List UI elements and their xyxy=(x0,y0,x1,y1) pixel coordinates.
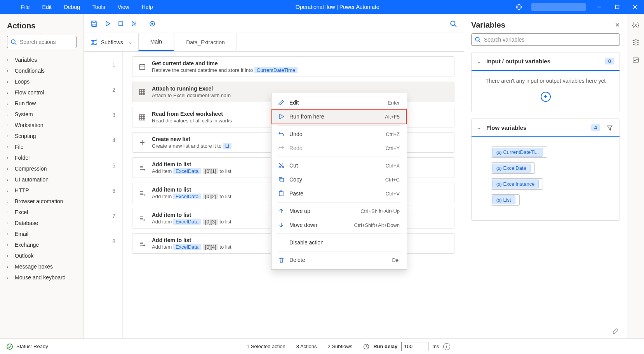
run-button[interactable] xyxy=(101,17,114,30)
steps-list: Get current date and timeRetrieve the cu… xyxy=(123,52,464,338)
record-button[interactable] xyxy=(146,17,159,30)
ctx-move-down[interactable]: Move downCtrl+Shift+Alt+Down xyxy=(272,218,407,232)
flow-variable[interactable]: (x) ExcelData xyxy=(493,162,614,174)
flow-variable[interactable]: (x) ExcelInstance xyxy=(493,178,614,190)
chevron-down-icon[interactable]: ⌄ xyxy=(477,59,481,64)
action-category-system[interactable]: ›System xyxy=(0,109,84,120)
save-button[interactable] xyxy=(88,17,101,30)
step-title: Attach to running Excel xyxy=(152,85,449,92)
flow-vars-title: Flow variables xyxy=(486,124,586,131)
action-category-browser-automation[interactable]: ›Browser automation xyxy=(0,196,84,207)
menu-edit[interactable]: Edit xyxy=(36,1,58,13)
io-vars-title: Input / output variables xyxy=(486,58,600,65)
action-category-workstation[interactable]: ›Workstation xyxy=(0,120,84,131)
run-delay-label: Run delay xyxy=(373,344,397,349)
tab-main[interactable]: Main xyxy=(138,33,174,51)
maximize-button[interactable] xyxy=(608,0,626,14)
action-category-outlook[interactable]: ›Outlook xyxy=(0,250,84,261)
action-category-compression[interactable]: ›Compression xyxy=(0,163,84,174)
edit-icon xyxy=(277,99,285,106)
ctx-delete[interactable]: DeleteDel xyxy=(272,253,407,267)
svg-point-7 xyxy=(11,40,15,44)
menu-debug[interactable]: Debug xyxy=(58,1,86,13)
menu-file[interactable]: File xyxy=(15,1,36,13)
action-category-loops[interactable]: ›Loops xyxy=(0,76,84,87)
chevron-right-icon: › xyxy=(7,68,11,73)
ctx-undo[interactable]: UndoCtrl+Z xyxy=(272,127,407,141)
menu-tools[interactable]: Tools xyxy=(86,1,111,13)
ctx-disable-action[interactable]: Disable action xyxy=(272,235,407,249)
action-category-http[interactable]: ›HTTP xyxy=(0,185,84,196)
variables-rail-icon[interactable]: {x} xyxy=(631,20,641,29)
step-button[interactable] xyxy=(127,17,141,30)
line-number: 2 xyxy=(84,77,122,102)
tab-data-extraction[interactable]: Data_Extraction xyxy=(174,33,237,51)
status-text: Status: Ready xyxy=(16,344,48,349)
action-category-flow-control[interactable]: ›Flow control xyxy=(0,87,84,98)
globe-icon[interactable] xyxy=(516,4,531,10)
chevron-right-icon: › xyxy=(7,155,11,160)
menu-view[interactable]: View xyxy=(111,1,136,13)
ctx-run-from-here[interactable]: Run from hereAlt+F5 xyxy=(272,109,407,124)
menu-help[interactable]: Help xyxy=(136,1,159,13)
action-category-conditionals[interactable]: ›Conditionals xyxy=(0,65,84,76)
chevron-right-icon: › xyxy=(7,112,11,117)
action-category-message-boxes[interactable]: ›Message boxes xyxy=(0,261,84,272)
stop-button[interactable] xyxy=(114,17,127,30)
filter-icon[interactable] xyxy=(606,125,614,131)
step-icon xyxy=(138,138,146,147)
svg-marker-57 xyxy=(280,114,284,119)
step-title: Get current date and time xyxy=(152,60,449,66)
ui-elements-rail-icon[interactable] xyxy=(631,56,641,65)
ctx-copy[interactable]: CopyCtrl+C xyxy=(272,173,407,187)
minimize-button[interactable] xyxy=(590,0,608,14)
actions-search-input[interactable] xyxy=(20,39,88,45)
chevron-right-icon: › xyxy=(7,210,11,214)
images-rail-icon[interactable] xyxy=(631,38,641,47)
action-category-database[interactable]: ›Database xyxy=(0,218,84,228)
chevron-right-icon: › xyxy=(7,232,11,236)
flow-step[interactable]: Get current date and timeRetrieve the cu… xyxy=(132,56,454,77)
action-category-run-flow[interactable]: ›Run flow xyxy=(0,98,84,109)
action-category-mouse-and-keyboard[interactable]: ›Mouse and keyboard xyxy=(0,272,84,283)
actions-count: 8 Actions xyxy=(296,344,317,349)
search-flow-button[interactable] xyxy=(447,17,460,30)
add-io-variable-button[interactable]: + xyxy=(541,92,551,102)
chevron-right-icon: › xyxy=(7,264,11,269)
action-category-exchange[interactable]: ›Exchange xyxy=(0,239,84,250)
variables-search[interactable] xyxy=(471,33,620,46)
flow-variable[interactable]: (x) List xyxy=(493,194,614,206)
ctx-cut[interactable]: CutCtrl+X xyxy=(272,159,407,173)
subflows-dropdown[interactable]: Subflows ⌄ xyxy=(84,33,138,51)
line-number: 7 xyxy=(84,203,122,228)
actions-search[interactable] xyxy=(7,36,77,48)
run-delay-input[interactable] xyxy=(401,342,428,351)
right-rail: {x} xyxy=(627,14,644,338)
io-vars-count: 0 xyxy=(605,58,614,65)
action-category-file[interactable]: ›File xyxy=(0,141,84,152)
ctx-move-up[interactable]: Move upCtrl+Shift+Alt+Up xyxy=(272,204,407,218)
chevron-down-icon[interactable]: ⌄ xyxy=(477,125,481,131)
action-category-email[interactable]: ›Email xyxy=(0,228,84,239)
variables-search-input[interactable] xyxy=(484,37,616,43)
ctx-paste[interactable]: PasteCtrl+V xyxy=(272,187,407,201)
svg-rect-21 xyxy=(139,65,145,70)
chevron-right-icon: › xyxy=(7,79,11,84)
action-category-variables[interactable]: ›Variables xyxy=(0,54,84,65)
menubar: FileEditDebugToolsViewHelp xyxy=(0,1,159,13)
line-number: 3 xyxy=(84,102,122,127)
ctx-edit[interactable]: EditEnter xyxy=(272,96,407,110)
action-category-folder[interactable]: ›Folder xyxy=(0,152,84,163)
eraser-icon[interactable] xyxy=(612,328,619,335)
chevron-right-icon: › xyxy=(7,177,11,182)
flow-variable[interactable]: (x) CurrentDateTi... xyxy=(493,146,614,158)
close-button[interactable] xyxy=(626,0,644,14)
info-icon[interactable]: i xyxy=(443,343,450,350)
close-variables-button[interactable]: ✕ xyxy=(615,21,620,29)
action-category-scripting[interactable]: ›Scripting xyxy=(0,131,84,141)
action-category-excel[interactable]: ›Excel xyxy=(0,207,84,218)
tenant-label[interactable] xyxy=(531,3,586,11)
io-variables-section: ⌄ Input / output variables 0 There aren'… xyxy=(471,52,620,112)
toolbar xyxy=(84,14,464,33)
action-category-ui-automation[interactable]: ›UI automation xyxy=(0,174,84,185)
